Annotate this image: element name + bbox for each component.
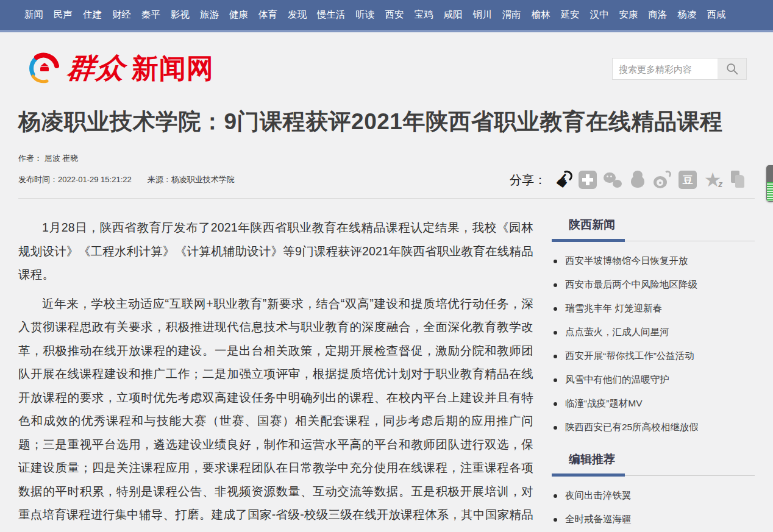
nav-item[interactable]: 听读 bbox=[356, 9, 375, 21]
share-bar: 分享： ☛ 豆 ★z bbox=[510, 170, 755, 190]
sidebar-news-link: 临潼“战疫”题材MV bbox=[565, 397, 643, 410]
article-author-row: 作者： 屈波 崔晓 bbox=[18, 153, 755, 164]
search-box bbox=[612, 58, 747, 80]
sidebar-news-link: 西安市最后两个中风险地区降级 bbox=[565, 278, 697, 291]
section-title-rule bbox=[552, 473, 755, 477]
share-more-icon[interactable] bbox=[578, 170, 597, 190]
nav-item[interactable]: 汉中 bbox=[590, 9, 609, 21]
search-input[interactable] bbox=[613, 59, 718, 79]
nav-item[interactable]: 体育 bbox=[258, 9, 277, 21]
nav-item[interactable]: 旅游 bbox=[200, 9, 219, 21]
bullet-icon bbox=[554, 355, 557, 358]
nav-item[interactable]: 延安 bbox=[561, 9, 580, 21]
sidebar-section-title: 陕西新闻 bbox=[552, 217, 755, 233]
scroll-progress-widget[interactable] bbox=[766, 165, 773, 202]
nav-item[interactable]: 商洛 bbox=[649, 9, 668, 21]
bullet-icon bbox=[554, 283, 557, 287]
nav-item[interactable]: 杨凌 bbox=[678, 9, 697, 21]
share-hand-icon[interactable]: ☛ bbox=[553, 170, 572, 190]
sidebar-recommend-item[interactable]: 全时戒备巡海疆 bbox=[552, 508, 755, 531]
sidebar-news-link: 瑞雪兆丰年 灯笼迎新春 bbox=[565, 302, 662, 315]
sidebar-news-item[interactable]: 临潼“战疫”题材MV bbox=[552, 392, 755, 416]
article-body: 1月28日，陕西省教育厅发布了2021年陕西省职业教育在线精品课程认定结果，我校… bbox=[18, 216, 533, 532]
publish-time-label: 发布时间： bbox=[18, 175, 58, 184]
share-label: 分享： bbox=[510, 172, 546, 188]
progress-fill bbox=[767, 182, 773, 201]
copy-link-icon[interactable] bbox=[728, 170, 747, 190]
nav-item[interactable]: 西咸 bbox=[707, 9, 726, 21]
sidebar-news-item[interactable]: 瑞雪兆丰年 灯笼迎新春 bbox=[552, 297, 755, 321]
sidebar-news-item[interactable]: 陕西西安已有25所高校相继放假 bbox=[552, 416, 755, 439]
nav-item[interactable]: 秦平 bbox=[141, 9, 160, 21]
source-name: 杨凌职业技术学院 bbox=[171, 175, 235, 184]
qzone-icon[interactable]: ★z bbox=[703, 170, 722, 190]
nav-item[interactable]: 安康 bbox=[619, 9, 638, 21]
article-paragraph: 近年来，学校主动适应“互联网+职业教育”新要求，结合“双高”建设和提质培优行动任… bbox=[18, 292, 533, 532]
nav-item[interactable]: 渭南 bbox=[502, 9, 521, 21]
publish-time: 2022-01-29 15:21:22 bbox=[58, 175, 132, 184]
bullet-icon bbox=[554, 426, 557, 430]
section-title-rule bbox=[552, 239, 755, 242]
nav-item[interactable]: 新闻 bbox=[24, 9, 43, 21]
article-meta-row: 发布时间：2022-01-29 15:21:22来源：杨凌职业技术学院 分享： … bbox=[18, 170, 755, 190]
author-names: 屈波 崔晓 bbox=[45, 154, 79, 163]
header-divider bbox=[18, 198, 755, 199]
nav-item[interactable]: 榆林 bbox=[532, 9, 550, 21]
sidebar-news-item[interactable]: 西安半坡博物馆今日恢复开放 bbox=[552, 249, 755, 273]
author-label: 作者： bbox=[18, 154, 42, 163]
sidebar-news-item[interactable]: 西安市最后两个中风险地区降级 bbox=[552, 273, 755, 297]
nav-item[interactable]: 住建 bbox=[83, 9, 102, 21]
douban-icon[interactable]: 豆 bbox=[678, 170, 697, 190]
page: 新闻 民声 住建 财经 秦平 影视 旅游 健康 体育 发现 慢生活 听读 西安 … bbox=[0, 0, 773, 532]
sidebar-news-link: 点点萤火，汇成人间星河 bbox=[565, 326, 669, 339]
wechat-icon[interactable] bbox=[603, 170, 622, 190]
sidebar-recommend-link: 全时戒备巡海疆 bbox=[565, 513, 632, 526]
nav-item[interactable]: 健康 bbox=[229, 9, 248, 21]
sidebar-news-link: 陕西西安已有25所高校相继放假 bbox=[565, 421, 699, 434]
article-paragraph: 1月28日，陕西省教育厅发布了2021年陕西省职业教育在线精品课程认定结果，我校… bbox=[18, 216, 533, 286]
nav-item[interactable]: 咸阳 bbox=[444, 9, 463, 21]
sidebar-news-item[interactable]: 风雪中有他们的温暖守护 bbox=[552, 368, 755, 392]
logo-text: 新闻网 bbox=[132, 51, 214, 87]
nav-item[interactable]: 影视 bbox=[171, 9, 190, 21]
site-logo[interactable]: 群众 新闻网 bbox=[27, 49, 214, 87]
sidebar-section-title: 编辑推荐 bbox=[552, 452, 755, 467]
sidebar-news-link: 西安半坡博物馆今日恢复开放 bbox=[565, 255, 688, 268]
nav-item[interactable]: 宝鸡 bbox=[415, 9, 433, 21]
bullet-icon bbox=[554, 494, 557, 498]
qq-icon[interactable] bbox=[628, 170, 647, 190]
sidebar-news-item[interactable]: 点点萤火，汇成人间星河 bbox=[552, 321, 755, 344]
bullet-icon bbox=[554, 402, 557, 406]
logo-globe-icon bbox=[27, 51, 61, 85]
sidebar-section-editor-picks: 编辑推荐 夜间出击淬铁翼 全时戒备巡海疆 跃上冰雪，拥抱快乐寒假 bbox=[552, 452, 755, 532]
search-icon bbox=[725, 62, 739, 76]
logo-script-text: 群众 bbox=[65, 49, 128, 87]
sidebar-news-link: 风雪中有他们的温暖守护 bbox=[565, 374, 669, 386]
sidebar-recommend-link: 夜间出击淬铁翼 bbox=[565, 489, 632, 502]
top-nav: 新闻 民声 住建 财经 秦平 影视 旅游 健康 体育 发现 慢生活 听读 西安 … bbox=[0, 0, 773, 32]
source-label: 来源： bbox=[148, 175, 171, 184]
nav-item[interactable]: 财经 bbox=[112, 9, 131, 21]
nav-item[interactable]: 慢生活 bbox=[317, 9, 346, 21]
bullet-icon bbox=[554, 307, 557, 311]
bullet-icon bbox=[554, 378, 557, 382]
nav-item[interactable]: 民声 bbox=[54, 9, 73, 21]
nav-item[interactable]: 铜川 bbox=[473, 9, 492, 21]
nav-item[interactable]: 西安 bbox=[385, 9, 404, 21]
page-title: 杨凌职业技术学院：9门课程获评2021年陕西省职业教育在线精品课程 bbox=[18, 107, 755, 137]
sidebar-recommend-item[interactable]: 夜间出击淬铁翼 bbox=[552, 484, 755, 508]
sidebar-news-link: 西安开展“帮你找工作”公益活动 bbox=[565, 350, 694, 363]
sidebar-section-shaanxi-news: 陕西新闻 西安半坡博物馆今日恢复开放 西安市最后两个中风险地区降级 瑞雪兆丰年 … bbox=[552, 217, 755, 439]
bullet-icon bbox=[554, 260, 557, 263]
search-button[interactable] bbox=[718, 59, 746, 79]
bullet-icon bbox=[554, 331, 557, 335]
site-header: 群众 新闻网 bbox=[0, 32, 773, 98]
weibo-icon[interactable] bbox=[653, 170, 672, 190]
sidebar: 陕西新闻 西安半坡博物馆今日恢复开放 西安市最后两个中风险地区降级 瑞雪兆丰年 … bbox=[552, 216, 755, 532]
bullet-icon bbox=[554, 518, 557, 522]
nav-item[interactable]: 发现 bbox=[288, 9, 307, 21]
sidebar-news-item[interactable]: 西安开展“帮你找工作”公益活动 bbox=[552, 344, 755, 368]
